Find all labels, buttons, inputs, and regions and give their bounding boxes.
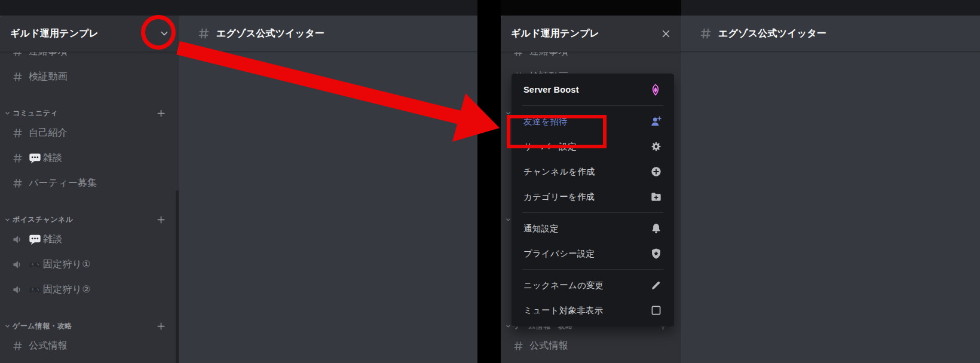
annotation-red-box	[507, 115, 607, 148]
bell-icon	[650, 222, 662, 234]
chevron-down-icon	[506, 324, 511, 329]
channel-header-bar: エグゾス公式ツイッター	[179, 16, 477, 51]
server-name: ギルド運用テンプレ	[10, 28, 99, 40]
close-icon[interactable]	[661, 29, 671, 39]
menu-item-label: ミュート対象非表示	[523, 305, 603, 316]
speech-balloon-emoji	[29, 152, 41, 164]
menu-item-label: Server Boost	[523, 85, 579, 94]
menu-item-label: ニックネームの変更	[523, 280, 604, 291]
channel-name: 雑談	[43, 233, 62, 246]
menu-item-label: カテゴリーを作成	[523, 191, 595, 203]
server-dropdown-menu: Server Boost友達を招待サーバー設定チャンネルを作成カテゴリーを作成通…	[512, 74, 674, 327]
channel-name: 連絡事項	[529, 51, 568, 58]
menu-item-create-category[interactable]: カテゴリーを作成	[516, 184, 669, 209]
channel-sidebar: ギルド運用テンプレ 連絡事項検証動画コミュニティ自己紹介雑談パーティー募集ボイス…	[0, 16, 179, 363]
text-channel-row[interactable]: パーティー募集	[0, 170, 179, 196]
left-screenshot: ギルド運用テンプレ 連絡事項検証動画コミュニティ自己紹介雑談パーティー募集ボイス…	[0, 0, 477, 363]
menu-item-label: 通知設定	[523, 223, 559, 234]
window-top-strip	[501, 0, 980, 16]
chat-area: エグゾス公式ツイッター	[681, 16, 980, 363]
plus-icon[interactable]	[156, 215, 166, 225]
text-channel-row[interactable]: 雑談	[0, 145, 179, 170]
text-channel-row[interactable]: 検証動画	[0, 64, 179, 89]
channel-sidebar: ギルド運用テンプレ 連絡事項検証動画コミュニティ自己紹介雑談パーティー募集ボイス…	[501, 16, 681, 363]
window-top-strip	[0, 0, 477, 16]
circle-plus-icon	[650, 166, 662, 178]
chat-area: エグゾス公式ツイッター	[179, 16, 477, 363]
menu-item-server-boost[interactable]: Server Boost	[516, 77, 669, 102]
channel-name: 公式情報	[529, 340, 568, 352]
category-row[interactable]: ゲーム情報・攻略	[0, 319, 179, 333]
hash-icon	[12, 340, 23, 352]
chevron-down-icon	[5, 324, 10, 329]
annotation-red-circle	[141, 15, 176, 50]
menu-item-create-channel[interactable]: チャンネルを作成	[516, 159, 669, 184]
channel-name: パーティー募集	[29, 177, 97, 190]
hash-icon	[12, 178, 23, 189]
menu-item-label: チャンネルを作成	[523, 166, 595, 178]
channel-name: 固定狩り②	[43, 283, 91, 296]
category-label: コミュニティ	[13, 108, 58, 118]
user-add-icon	[650, 115, 662, 127]
folder-plus-icon	[650, 191, 662, 203]
channel-title: エグゾス公式ツイッター	[718, 28, 826, 40]
channel-header-bar: エグゾス公式ツイッター	[681, 16, 980, 51]
category-label: ボイスチャンネル	[13, 215, 73, 225]
hash-icon	[513, 51, 524, 57]
menu-separator	[522, 105, 663, 106]
text-channel-row[interactable]: 公式情報	[0, 333, 179, 358]
text-channel-row[interactable]: 連絡事項	[501, 51, 681, 64]
voice-channel-row[interactable]: 固定狩り①	[0, 252, 179, 277]
hash-icon	[12, 71, 23, 83]
channel-name: 連絡事項	[29, 51, 68, 58]
category-row[interactable]: コミュニティ	[0, 106, 179, 120]
hash-icon	[197, 27, 210, 40]
video-game-emoji	[29, 283, 41, 296]
hash-icon	[699, 27, 712, 40]
pencil-icon	[650, 279, 662, 291]
hash-icon	[12, 127, 23, 139]
right-screenshot: ギルド運用テンプレ 連絡事項検証動画コミュニティ自己紹介雑談パーティー募集ボイス…	[501, 0, 980, 363]
channel-name: 雑談	[43, 152, 62, 164]
category-row[interactable]: ボイスチャンネル	[0, 212, 179, 227]
hash-icon	[12, 152, 23, 164]
channel-list-body: 連絡事項検証動画コミュニティ自己紹介雑談パーティー募集ボイスチャンネル雑談固定狩…	[0, 51, 179, 363]
channel-name: 検証動画	[29, 71, 68, 83]
text-channel-row[interactable]: 連絡事項	[0, 51, 179, 64]
volume-icon	[12, 284, 23, 295]
plus-icon[interactable]	[156, 321, 166, 331]
server-name: ギルド運用テンプレ	[511, 28, 599, 40]
video-game-emoji	[29, 258, 41, 271]
voice-channel-row[interactable]: 固定狩り②	[0, 277, 179, 302]
top-strip-dark-segment	[501, 0, 681, 16]
checkbox-icon	[650, 304, 662, 316]
hash-icon	[513, 340, 524, 352]
volume-icon	[12, 259, 23, 270]
text-channel-row[interactable]: 自己紹介	[0, 120, 179, 145]
menu-separator	[522, 269, 663, 270]
menu-item-label: プライバシー設定	[523, 248, 595, 260]
channel-name: 固定狩り①	[43, 258, 91, 271]
boost-icon	[649, 83, 662, 96]
menu-separator	[522, 212, 663, 213]
server-header[interactable]: ギルド運用テンプレ	[501, 16, 681, 51]
gear-icon	[650, 141, 662, 152]
channel-title: エグゾス公式ツイッター	[216, 28, 324, 40]
channel-name: 公式情報	[29, 340, 68, 352]
voice-channel-row[interactable]: 雑談	[0, 227, 179, 252]
channel-name: 自己紹介	[29, 127, 68, 139]
menu-item-change-nickname[interactable]: ニックネームの変更	[516, 273, 669, 298]
chevron-down-icon	[5, 111, 10, 116]
hash-icon	[12, 51, 23, 57]
plus-icon[interactable]	[156, 108, 166, 118]
speech-balloon-emoji	[29, 233, 41, 246]
text-channel-row[interactable]: 公式情報	[501, 333, 681, 358]
category-label: ゲーム情報・攻略	[13, 321, 72, 331]
channel-list: 連絡事項検証動画コミュニティ自己紹介雑談パーティー募集ボイスチャンネル雑談固定狩…	[0, 51, 179, 358]
menu-item-notification-settings[interactable]: 通知設定	[516, 216, 669, 241]
menu-item-privacy-settings[interactable]: プライバシー設定	[516, 241, 669, 266]
chevron-down-icon	[5, 217, 10, 222]
sidebar-scrollbar[interactable]	[176, 190, 179, 363]
chevron-down-icon	[506, 217, 511, 222]
menu-item-hide-muted[interactable]: ミュート対象非表示	[516, 298, 669, 323]
